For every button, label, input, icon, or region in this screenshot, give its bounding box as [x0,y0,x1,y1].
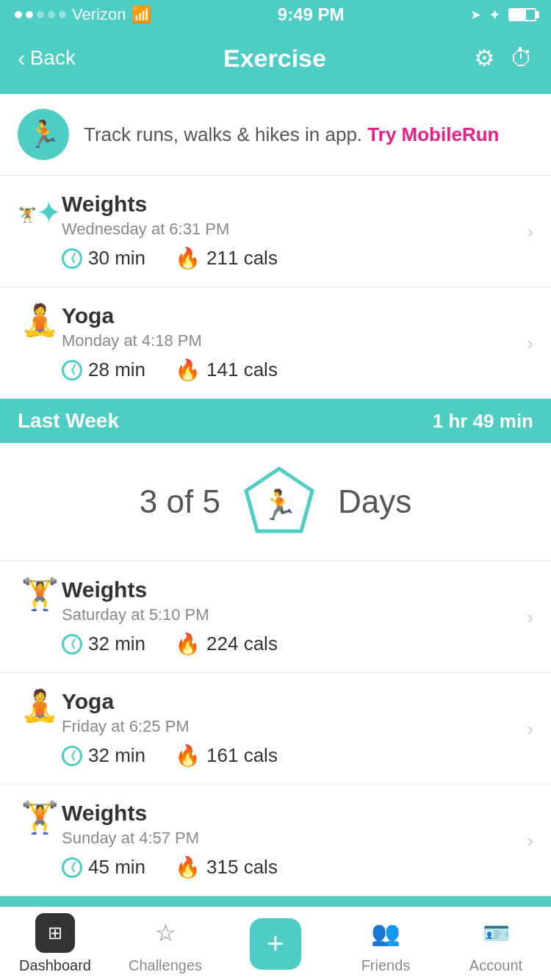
stopwatch-icon[interactable]: ⏱ [510,45,533,72]
nav-bar: ‹ Back Exercise ⚙ ⏱ [0,29,551,94]
challenges-star-icon: ☆ [155,919,176,947]
friends-people-icon: 👥 [371,919,400,947]
exercise-body-yoga-2: Yoga Friday at 6:25 PM 32 min 🔥 161 cals [62,689,533,768]
exercise-body-1: Weights Wednesday at 6:31 PM 30 min 🔥 21… [62,192,533,270]
dashboard-icon-wrap: ⊞ [35,913,75,953]
calories-stat-3: 🔥 315 cals [175,855,278,879]
weights-icon-1: ✕ 🏋 ✦ [18,192,62,233]
dashboard-label: Dashboard [19,957,91,974]
exercise-name-yoga-2: Yoga [62,689,533,714]
exercise-name-3: Weights [62,801,533,826]
main-content: 🏃 Track runs, walks & hikes in app. Try … [0,94,551,980]
clock-icon-1 [62,248,82,269]
chevron-icon-3: › [527,829,533,851]
last-week-header: Last Week 1 hr 49 min [0,399,551,443]
tab-challenges[interactable]: ☆ Challenges [110,913,220,974]
run-icon: 🏃 [27,119,60,150]
page-title: Exercise [223,44,326,73]
dot2 [26,11,33,18]
exercise-item-yoga-2[interactable]: 🧘 Yoga Friday at 6:25 PM 32 min 🔥 161 ca… [0,673,551,785]
dot3 [37,11,44,18]
calories-stat-yoga-1: 🔥 141 cals [175,358,278,382]
svg-text:🏋: 🏋 [18,206,36,223]
calories-stat-1: 🔥 211 cals [175,246,278,270]
track-text-plain: Track runs, walks & hikes in app. [84,123,362,145]
clock-icon-yoga-1 [62,360,82,381]
chevron-icon-yoga-2: › [527,717,533,740]
back-button[interactable]: ‹ Back [18,45,76,72]
track-icon-wrap: 🏃 [18,109,69,160]
exercise-time-3: Sunday at 4:57 PM [62,829,533,848]
exercise-item-weights-3[interactable]: 🏋 Weights Sunday at 4:57 PM 45 min 🔥 315… [0,785,551,896]
calories-stat-2: 🔥 224 cals [175,632,278,656]
exercise-time-yoga-2: Friday at 6:25 PM [62,717,533,736]
badge-row: 3 of 5 🏃 Days [0,443,551,561]
tab-dashboard[interactable]: ⊞ Dashboard [0,913,110,974]
calories-value-2: 224 cals [206,633,278,655]
status-time: 9:49 PM [278,4,345,25]
last-week-title: Last Week [18,409,119,433]
tab-bar: ⊞ Dashboard ☆ Challenges + 👥 Friends 🪪 A… [0,907,551,980]
svg-text:🏃: 🏃 [261,487,298,522]
calories-value-yoga-2: 161 cals [206,744,278,767]
dot5 [59,11,66,18]
flame-icon-3: 🔥 [175,855,201,879]
wifi-icon: 📶 [132,5,151,24]
add-icon-wrap: + [250,918,301,970]
settings-icon[interactable]: ⚙ [474,44,495,72]
clock-icon-yoga-2 [62,746,82,766]
clock-icon-2 [62,634,82,655]
nav-actions: ⚙ ⏱ [474,44,533,72]
exercise-stats-1: 30 min 🔥 211 cals [62,246,533,270]
exercise-time-2: Saturday at 5:10 PM [62,605,533,624]
chevron-icon-2: › [527,605,533,628]
exercise-item-weights-2[interactable]: 🏋 Weights Saturday at 5:10 PM 32 min 🔥 2… [0,561,551,673]
exercise-body-yoga-1: Yoga Monday at 4:18 PM 28 min 🔥 141 cals [62,303,533,382]
tab-friends[interactable]: 👥 Friends [331,913,441,974]
account-icon-wrap: 🪪 [476,913,516,953]
duration-value-yoga-2: 32 min [88,744,145,767]
exercise-stats-yoga-2: 32 min 🔥 161 cals [62,743,533,768]
challenges-label: Challenges [129,957,202,974]
exercise-stats-yoga-1: 28 min 🔥 141 cals [62,358,533,382]
exercise-item-yoga-1[interactable]: 🧘 Yoga Monday at 4:18 PM 28 min 🔥 141 ca… [0,287,551,399]
account-person-icon: 🪪 [483,920,510,946]
dot4 [48,11,55,18]
tab-add[interactable]: + [220,918,331,970]
friends-icon-wrap: 👥 [366,913,406,953]
back-arrow-icon: ‹ [18,45,26,72]
yoga-icon-1: 🧘 [18,303,62,336]
battery-indicator [508,8,536,21]
badge-completed: 3 of 5 [140,483,220,520]
last-week-exercises: 🏋 Weights Saturday at 5:10 PM 32 min 🔥 2… [0,561,551,896]
weights-icon-3: 🏋 [18,801,62,833]
battery-fill [510,10,526,20]
yoga-icon-2: 🧘 [18,689,62,721]
last-week-meta: 1 hr 49 min [433,410,533,433]
badge-icon: 🏃 [242,465,316,538]
duration-value-2: 32 min [88,633,145,655]
duration-stat-1: 30 min [62,247,145,270]
track-runs-row[interactable]: 🏃 Track runs, walks & hikes in app. Try … [0,94,551,176]
tab-account[interactable]: 🪪 Account [441,913,551,974]
duration-value-1: 30 min [88,247,145,270]
duration-stat-3: 45 min [62,856,145,879]
add-plus-icon: + [267,927,284,960]
clock-icon-3 [62,857,82,878]
exercise-item-weights-1[interactable]: ✕ 🏋 ✦ Weights Wednesday at 6:31 PM 30 mi… [0,176,551,287]
exercise-stats-3: 45 min 🔥 315 cals [62,855,533,879]
dot1 [15,11,22,18]
badge-days-label: Days [338,483,411,520]
chevron-icon-1: › [527,220,533,242]
dashboard-grid-icon: ⊞ [48,923,62,943]
mobile-run-link[interactable]: Try MobileRun [367,123,499,145]
calories-stat-yoga-2: 🔥 161 cals [175,743,278,768]
duration-stat-yoga-2: 32 min [62,744,145,767]
track-text: Track runs, walks & hikes in app. Try Mo… [84,121,533,148]
duration-stat-2: 32 min [62,633,145,655]
carrier-label: Verizon [72,5,126,24]
duration-stat-yoga-1: 28 min [62,359,145,381]
friends-label: Friends [361,957,411,974]
signal-dots [15,11,66,18]
flame-icon-yoga-2: 🔥 [175,743,201,768]
